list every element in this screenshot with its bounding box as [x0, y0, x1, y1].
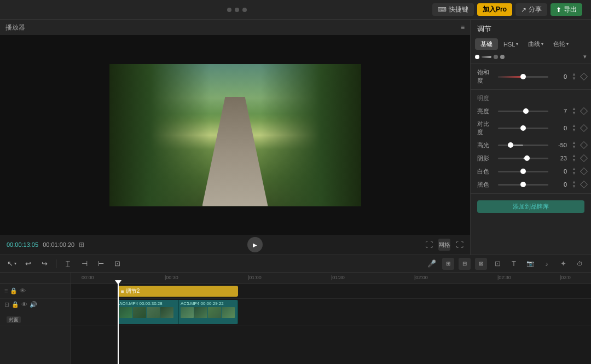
video-segment-2[interactable]: AC5.MP4 00:00:29:22: [179, 300, 238, 324]
highlight-keyframe[interactable]: [580, 141, 588, 149]
effect-icon[interactable]: ✦: [557, 258, 569, 270]
cursor-icon: ↖: [7, 259, 13, 268]
highlight-slider-row: 高光 -50 ▲ ▼: [471, 138, 591, 152]
grid-button[interactable]: 网格: [438, 239, 450, 251]
select-tool[interactable]: ↖ ▾: [5, 258, 18, 270]
add-brand-button[interactable]: 添加到品牌库: [477, 200, 584, 213]
black-stepper[interactable]: ▲ ▼: [570, 180, 578, 189]
track-audio-icon[interactable]: 🔊: [30, 301, 37, 308]
shadow-stepper[interactable]: ▲ ▼: [570, 154, 578, 163]
thumb-4: [160, 307, 173, 318]
video-segment-1[interactable]: AC4.MP4 00:00:30:28: [118, 300, 179, 324]
frame-display-icon[interactable]: ⊞: [79, 241, 84, 249]
chevron-down-icon-panel[interactable]: ▾: [583, 53, 587, 60]
shadow-thumb[interactable]: [524, 155, 530, 161]
camera-icon[interactable]: 📷: [524, 258, 536, 270]
panel-controls: ▾: [583, 53, 587, 60]
thumb-8: [222, 307, 235, 318]
preset-dot-gray[interactable]: [494, 55, 498, 59]
saturation-thumb[interactable]: [520, 74, 526, 79]
white-track[interactable]: [498, 171, 548, 172]
adjust-tabs: 基础 HSL ▾ 曲线 ▾ 色轮 ▾: [471, 36, 591, 52]
share-label: 分享: [529, 5, 542, 14]
keyboard-shortcuts-button[interactable]: ⌨ 快捷键: [432, 3, 474, 16]
video-label-icons: ⊡ 🔒 👁 🔊: [4, 301, 37, 308]
trim-right-tool[interactable]: ⊢: [95, 258, 107, 270]
player-menu-icon[interactable]: ≡: [461, 24, 465, 31]
brightness-section-header[interactable]: 明度: [471, 92, 591, 105]
brightness-keyframe[interactable]: [580, 107, 588, 115]
visibility-icon[interactable]: 👁: [20, 287, 26, 294]
track-lock-icon[interactable]: 🔒: [11, 301, 19, 308]
contrast-stepper[interactable]: ▲ ▼: [570, 124, 578, 132]
timer-icon[interactable]: ⏱: [573, 258, 586, 270]
keyboard-icon: ⌨: [438, 6, 447, 13]
export-button[interactable]: ⬆ 导出: [551, 3, 582, 16]
stepper-down[interactable]: ▼: [570, 77, 578, 81]
black-track[interactable]: [498, 184, 548, 186]
contrast-keyframe[interactable]: [580, 124, 588, 132]
pro-button[interactable]: 加入Pro: [477, 3, 512, 16]
highlight-stepper[interactable]: ▲ ▼: [570, 141, 578, 149]
dot-3: [242, 8, 247, 12]
highlight-thumb[interactable]: [508, 142, 513, 148]
split-tool[interactable]: ⌶: [62, 258, 74, 270]
video-trees-right: [260, 64, 361, 206]
ruler-mark-1m: |01:00: [248, 275, 262, 280]
preset-dot-gray2[interactable]: [500, 55, 505, 59]
audio-icon[interactable]: ♪: [541, 258, 553, 270]
shadow-value: 23: [552, 155, 567, 161]
play-button[interactable]: ▶: [247, 237, 263, 252]
track-collapse-icon[interactable]: ⊡: [4, 301, 9, 308]
saturation-track[interactable]: [498, 76, 548, 78]
time-current: 00:00:13:05: [7, 241, 38, 248]
tab-curve[interactable]: 曲线 ▾: [524, 38, 548, 50]
track-labels: ≡ 🔒 👁 ⊡ 🔒 👁 🔊 封面: [0, 273, 71, 364]
ruler-label-spacer: [0, 273, 71, 284]
contrast-track[interactable]: [498, 128, 548, 129]
adjust-header: 调节: [471, 20, 591, 36]
cover-badge: 封面: [7, 316, 21, 323]
adjust-clip-label: 调节2: [126, 287, 140, 295]
brightness-stepper[interactable]: ▲ ▼: [570, 107, 578, 115]
tab-basic[interactable]: 基础: [475, 38, 498, 50]
black-thumb[interactable]: [520, 182, 526, 187]
track-toggle-icon[interactable]: ⊠: [475, 258, 487, 270]
preset-dot-white[interactable]: [475, 55, 479, 59]
shadow-track[interactable]: [498, 158, 548, 159]
brightness-thumb[interactable]: [523, 108, 529, 114]
white-thumb[interactable]: [520, 169, 526, 174]
adjust-panel: 调节 基础 HSL ▾ 曲线 ▾ 色轮 ▾: [471, 20, 591, 255]
tab-color[interactable]: 色轮 ▾: [549, 38, 573, 50]
saturation-stepper[interactable]: ▲ ▼: [570, 72, 578, 81]
black-keyframe[interactable]: [580, 181, 588, 188]
track-remove-icon[interactable]: ⊟: [459, 258, 471, 270]
undo-button[interactable]: ↩: [22, 258, 34, 270]
white-keyframe[interactable]: [580, 167, 588, 175]
track-visibility-icon[interactable]: 👁: [21, 301, 27, 308]
playhead[interactable]: [118, 284, 119, 364]
highlight-track[interactable]: [498, 145, 548, 146]
shadow-keyframe[interactable]: [580, 154, 588, 162]
expand-icon[interactable]: ⛶: [456, 240, 463, 249]
text-overlay-icon[interactable]: T: [508, 258, 520, 270]
dot-1: [227, 8, 231, 12]
lock-icon[interactable]: 🔒: [10, 287, 18, 294]
delete-tool[interactable]: ⊡: [111, 258, 123, 270]
trim-left-tool[interactable]: ⊣: [78, 258, 90, 270]
adjust-clip[interactable]: ≡ 调节2: [118, 286, 238, 297]
pip-icon[interactable]: ⊡: [491, 258, 503, 270]
fullscreen-icon[interactable]: ⛶: [425, 240, 433, 249]
timeline-tools-left: ↖ ▾ ↩ ↪ ⌶ ⊣ ⊢ ⊡: [5, 258, 123, 270]
video-clip-container[interactable]: AC4.MP4 00:00:30:28 AC5.MP4 00:00:29:22: [118, 300, 238, 324]
tab-hsl[interactable]: HSL ▾: [499, 38, 523, 50]
white-stepper[interactable]: ▲ ▼: [570, 167, 578, 176]
brightness-track[interactable]: [498, 111, 548, 112]
redo-button[interactable]: ↪: [38, 258, 50, 270]
track-add-icon[interactable]: ⊞: [442, 258, 454, 270]
contrast-thumb[interactable]: [520, 125, 526, 131]
share-button[interactable]: ↗ 分享: [515, 3, 547, 16]
saturation-keyframe[interactable]: [580, 73, 588, 80]
collapse-icon[interactable]: ≡: [4, 287, 8, 294]
mic-icon[interactable]: 🎤: [426, 258, 438, 270]
